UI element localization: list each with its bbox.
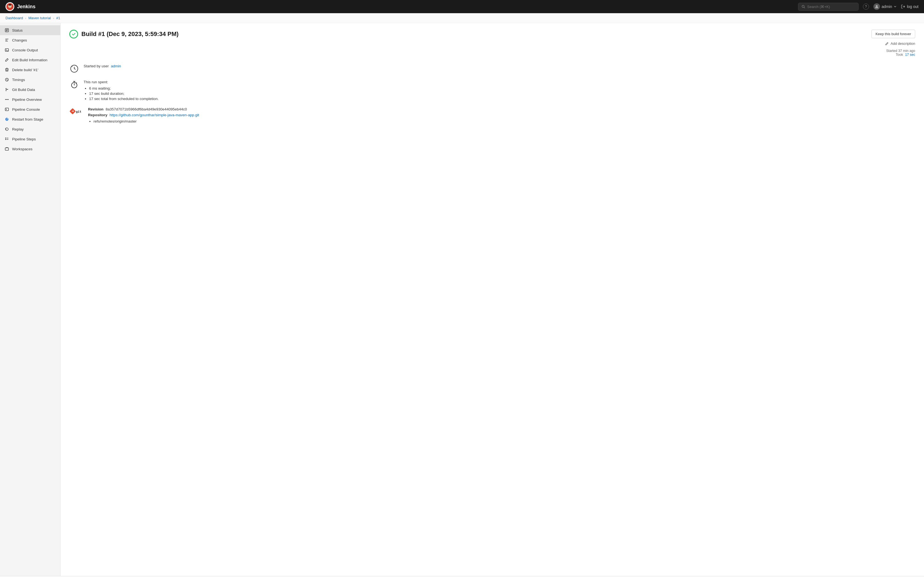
svg-text:git: git [76, 110, 81, 113]
header-left: Jenkins [5, 2, 36, 11]
run-spent-label: This run spent: [84, 79, 915, 85]
sidebar-label-git-build-data: Git Build Data [12, 88, 35, 92]
sidebar-label-replay: Replay [12, 127, 24, 131]
add-description-label: Add description [890, 42, 915, 46]
sidebar-item-git-build-data[interactable]: Git Build Data [0, 85, 60, 95]
delete-icon [5, 67, 9, 72]
pipeline-steps-icon [5, 137, 9, 142]
run-spent-content: This run spent: 6 ms waiting; 17 sec bui… [84, 79, 915, 101]
revision-value: 8a357d7071b5966df6ba4d49e930e44095eb44c0 [106, 107, 187, 111]
svg-rect-25 [5, 108, 8, 111]
sidebar-item-status[interactable]: Status [0, 25, 60, 35]
timing-item-0: 6 ms waiting; [89, 86, 915, 90]
avatar [873, 3, 880, 10]
started-by-text: Started by user admin [84, 63, 915, 69]
timing-list: 6 ms waiting; 17 sec build duration; 17 … [89, 86, 915, 101]
repository-url-link[interactable]: https://github.com/gounthar/simple-java-… [110, 113, 199, 117]
pipeline-overview-icon [5, 97, 9, 102]
sidebar-label-pipeline-console: Pipeline Console [12, 108, 40, 111]
chevron-down-icon [894, 5, 897, 8]
revision-line: Revision 8a357d7071b5966df6ba4d49e930e44… [88, 106, 915, 112]
svg-point-20 [5, 99, 6, 100]
keep-forever-button[interactable]: Keep this build forever [871, 30, 915, 38]
took-line: Took 17 sec [886, 53, 915, 56]
git-info-content: Revision 8a357d7071b5966df6ba4d49e930e44… [88, 106, 915, 123]
jenkins-logo [5, 2, 14, 11]
stopwatch-icon [69, 80, 79, 90]
status-icon [5, 28, 9, 33]
sidebar-item-restart-stage[interactable]: Restart from Stage [0, 114, 60, 124]
user-menu[interactable]: admin [873, 3, 897, 10]
took-duration[interactable]: 17 sec [905, 53, 915, 56]
build-success-icon [69, 30, 78, 39]
breadcrumb-maven-tutorial[interactable]: Maven tutorial [28, 16, 51, 20]
repository-line: Repository https://github.com/gounthar/s… [88, 112, 915, 118]
started-by-row: Started by user admin [69, 63, 915, 74]
sidebar-label-timings: Timings [12, 78, 25, 82]
svg-rect-12 [5, 48, 8, 52]
svg-line-6 [804, 7, 804, 8]
logout-icon [901, 5, 905, 9]
took-label: Took [896, 53, 903, 56]
add-description-button[interactable]: Add description [885, 42, 915, 46]
sidebar-item-delete-build[interactable]: Delete build '#1' [0, 65, 60, 75]
sidebar-item-pipeline-console[interactable]: Pipeline Console [0, 105, 60, 114]
sidebar-label-changes: Changes [12, 38, 27, 42]
search-box[interactable] [798, 3, 859, 11]
pencil-icon [885, 42, 889, 46]
app-header: Jenkins ? admin [0, 0, 924, 13]
search-icon [801, 5, 805, 8]
build-title: Build #1 (Dec 9, 2023, 5:59:34 PM) [81, 31, 178, 38]
timing-item-1: 17 sec build duration; [89, 92, 915, 96]
changes-icon [5, 38, 9, 43]
build-title-area: Build #1 (Dec 9, 2023, 5:59:34 PM) [69, 30, 178, 39]
sidebar-item-pipeline-steps[interactable]: Pipeline Steps [0, 134, 60, 144]
logout-button[interactable]: log out [901, 5, 919, 9]
sidebar-item-pipeline-overview[interactable]: Pipeline Overview [0, 95, 60, 105]
git-icon-area: git [69, 106, 84, 116]
user-clock-icon [69, 64, 79, 74]
sidebar-item-changes[interactable]: Changes [0, 35, 60, 45]
breadcrumb-build-number[interactable]: #1 [57, 16, 60, 20]
sidebar-label-restart-stage: Restart from Stage [12, 117, 43, 121]
svg-point-21 [6, 99, 7, 100]
user-name: admin [882, 5, 892, 9]
build-header: Build #1 (Dec 9, 2023, 5:59:34 PM) Keep … [69, 30, 915, 56]
sidebar-label-pipeline-overview: Pipeline Overview [12, 98, 42, 102]
sidebar-item-timings[interactable]: Timings [0, 75, 60, 85]
branches-list: refs/remotes/origin/master [94, 119, 915, 123]
svg-point-18 [6, 90, 6, 91]
sidebar-item-replay[interactable]: Replay [0, 124, 60, 134]
header-right: ? admin log out [798, 3, 919, 11]
logout-label: log out [907, 5, 919, 9]
restart-icon [5, 117, 9, 122]
search-input[interactable] [807, 5, 855, 9]
svg-rect-4 [8, 4, 11, 5]
run-spent-row: This run spent: 6 ms waiting; 17 sec bui… [69, 79, 915, 101]
edit-icon [5, 57, 9, 62]
sidebar-label-workspaces: Workspaces [12, 147, 32, 151]
breadcrumb-sep-1: › [25, 16, 26, 20]
svg-rect-27 [5, 138, 6, 139]
breadcrumb-sep-2: › [53, 16, 54, 20]
sidebar-item-console-output[interactable]: Console Output [0, 45, 60, 55]
started-by-user-link[interactable]: admin [111, 64, 121, 68]
branch-item-0: refs/remotes/origin/master [94, 119, 915, 123]
breadcrumb: Dashboard › Maven tutorial › #1 [0, 13, 924, 23]
help-button[interactable]: ? [863, 3, 869, 10]
replay-icon [5, 127, 9, 132]
sidebar-label-edit-build: Edit Build Information [12, 58, 47, 62]
build-actions-right: Keep this build forever Add description … [871, 30, 915, 56]
workspaces-icon [5, 147, 9, 152]
build-meta: Started 37 min ago Took 17 sec [886, 49, 915, 56]
git-info-row: git Revision 8a357d7071b5966df6ba4d49e93… [69, 106, 915, 123]
breadcrumb-dashboard[interactable]: Dashboard [5, 16, 23, 20]
timing-item-2: 17 sec total from scheduled to completio… [89, 97, 915, 101]
sidebar-label-delete-build: Delete build '#1' [12, 68, 38, 72]
git-data-icon [5, 87, 9, 92]
sidebar-item-workspaces[interactable]: Workspaces [0, 144, 60, 154]
timings-icon [5, 77, 9, 82]
main-content: Build #1 (Dec 9, 2023, 5:59:34 PM) Keep … [60, 23, 924, 576]
sidebar-label-console-output: Console Output [12, 48, 38, 52]
sidebar-item-edit-build[interactable]: Edit Build Information [0, 55, 60, 65]
